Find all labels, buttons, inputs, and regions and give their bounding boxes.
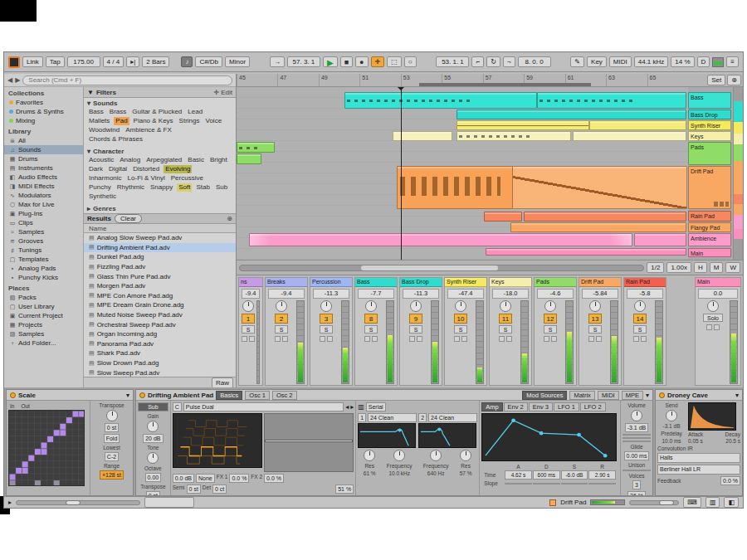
main-pan-knob[interactable] bbox=[707, 300, 719, 312]
add-locator-icon[interactable]: ⊕ bbox=[727, 75, 741, 85]
sidebar-collection-item[interactable]: Mixing bbox=[4, 116, 83, 125]
arrangement-clip[interactable] bbox=[456, 120, 589, 130]
sidebar-collection-item[interactable]: Favorites bbox=[4, 98, 83, 107]
track-header[interactable]: Synth Riser bbox=[688, 120, 731, 130]
record-button[interactable]: ● bbox=[355, 56, 368, 67]
track-header[interactable]: Ambience bbox=[688, 233, 731, 246]
add-filter-icon[interactable]: ⊕ bbox=[227, 215, 232, 222]
filter-routing-menu[interactable]: Serial bbox=[366, 402, 386, 411]
sidebar-library-item[interactable]: ▪ Punchy Kicks bbox=[4, 273, 83, 282]
filter-tag[interactable]: Bass bbox=[87, 108, 105, 116]
filter-tag[interactable]: Acoustic bbox=[87, 156, 115, 164]
filter1-type-menu[interactable]: 24 Clean bbox=[368, 413, 417, 422]
zoom-width-button[interactable]: W bbox=[725, 262, 740, 273]
track-header[interactable]: Bass bbox=[688, 92, 731, 109]
main-solo-button[interactable]: Solo bbox=[703, 314, 723, 322]
envelope-tab[interactable]: LFO 1 bbox=[554, 402, 579, 411]
fx2-value[interactable]: 0.0 % bbox=[264, 474, 284, 483]
transpose-value[interactable]: 0 st bbox=[105, 423, 119, 432]
sidebar-library-item[interactable]: ≋ Grooves bbox=[4, 236, 83, 246]
result-list-item[interactable]: ▤ Analog Slow Sweep Pad.adv bbox=[84, 233, 236, 243]
track-activator-button[interactable]: 2 bbox=[275, 314, 288, 324]
volume-db-field[interactable]: -9.4 bbox=[242, 289, 260, 299]
envelope-tab[interactable]: Env 2 bbox=[504, 402, 528, 411]
unison-mode-menu[interactable]: Shimmer bbox=[622, 470, 651, 471]
gain-value[interactable]: 20 dB bbox=[143, 434, 163, 443]
ir-decay-value[interactable]: 20.5 s bbox=[725, 438, 740, 444]
filter-routing-icon[interactable]: ▥ bbox=[358, 403, 364, 411]
filter-tag[interactable]: Voice bbox=[204, 117, 224, 125]
send-knob[interactable] bbox=[666, 410, 677, 421]
filter2-type-menu[interactable]: 24 Clean bbox=[428, 413, 477, 422]
semi-value[interactable]: 0 st bbox=[187, 485, 201, 494]
sidebar-place-item[interactable]: ▢ User Library bbox=[4, 302, 83, 311]
result-list-item[interactable]: ▤ Glass Thin Pure Pad.adv bbox=[84, 271, 236, 281]
sidebar-place-item[interactable]: ▧ Packs bbox=[4, 293, 83, 302]
arrangement-clip[interactable] bbox=[537, 92, 686, 109]
result-list-item[interactable]: ▤ Fizzling Pad.adv bbox=[84, 262, 236, 272]
loop-brace[interactable] bbox=[419, 83, 591, 86]
pan-knob[interactable] bbox=[634, 300, 646, 312]
filter2-freq-knob[interactable] bbox=[430, 450, 442, 461]
track-activator-button[interactable]: 8 bbox=[364, 314, 378, 324]
unison-voices-value[interactable]: 3 bbox=[632, 480, 641, 489]
track-io-icons[interactable] bbox=[454, 336, 467, 342]
chevron-down-icon[interactable]: ▾ bbox=[87, 148, 90, 155]
pan-knob[interactable] bbox=[455, 300, 466, 312]
scale-icon[interactable]: ♪ bbox=[181, 56, 193, 67]
playhead[interactable] bbox=[401, 87, 402, 260]
tab-mpe[interactable]: MPE bbox=[622, 391, 643, 400]
stop-button[interactable]: ■ bbox=[340, 56, 353, 67]
track-activator-button[interactable]: 14 bbox=[633, 314, 647, 324]
track-io-icons[interactable] bbox=[544, 336, 557, 342]
solo-button[interactable]: S bbox=[633, 325, 647, 334]
sidebar-library-item[interactable]: ∿ Modulators bbox=[4, 191, 83, 200]
ir-file-menu[interactable]: Berliner Hall LR bbox=[657, 465, 740, 475]
tempo-field[interactable]: 175.00 bbox=[67, 56, 100, 67]
arrangement-clip[interactable] bbox=[237, 153, 261, 164]
filter-tag[interactable]: Lo-Fi & Vinyl bbox=[126, 174, 167, 183]
sidebar-library-item[interactable]: ▣ Plug-Ins bbox=[4, 209, 83, 218]
key-map-button[interactable]: Key bbox=[587, 56, 607, 67]
arrangement-clip[interactable] bbox=[486, 248, 686, 256]
overview-toggle-icon[interactable]: ▥ bbox=[706, 497, 720, 508]
filter2-display[interactable] bbox=[418, 423, 476, 448]
arrangement-clip[interactable] bbox=[456, 110, 686, 119]
mixer-track-name[interactable]: Bass Drop bbox=[400, 278, 442, 287]
wavetable-display[interactable] bbox=[173, 413, 262, 468]
solo-button[interactable]: S bbox=[588, 325, 602, 334]
result-list-item[interactable]: ▤ Morgen Pad.adv bbox=[84, 281, 236, 291]
track-io-icons[interactable] bbox=[275, 336, 288, 342]
arrangement-clip[interactable] bbox=[456, 131, 571, 141]
zoom-mid-button[interactable]: M bbox=[710, 262, 724, 273]
track-activator-button[interactable]: 11 bbox=[499, 314, 512, 324]
loop-start-field[interactable]: 53. 1. 1 bbox=[436, 56, 469, 67]
filter-tag[interactable]: Ambience & FX bbox=[124, 126, 173, 134]
volume-knob[interactable] bbox=[631, 410, 642, 421]
mixer-track-name[interactable]: Pads bbox=[535, 278, 576, 287]
device-fold-icon[interactable]: ▾ bbox=[735, 392, 739, 399]
track-header[interactable]: Bass Drop bbox=[688, 110, 731, 119]
solo-button[interactable]: S bbox=[275, 325, 288, 334]
volume-db-field[interactable]: -7.7 bbox=[358, 289, 394, 299]
wavetable-name-menu[interactable]: Pulse Dual bbox=[183, 402, 344, 411]
preview-volume-slider[interactable] bbox=[629, 500, 679, 505]
result-list-item[interactable]: ▤ Shark Pad.adv bbox=[84, 348, 236, 358]
volume-db-field[interactable]: -47.4 bbox=[447, 289, 484, 299]
arrangement-clip[interactable] bbox=[589, 120, 686, 130]
zoom-height-button[interactable]: H bbox=[694, 262, 707, 273]
envelope-tab[interactable]: Amp bbox=[481, 402, 502, 411]
arrangement-clip[interactable] bbox=[344, 92, 537, 109]
mixer-track-name[interactable]: Drift Pad bbox=[579, 278, 621, 287]
track-io-icons[interactable] bbox=[499, 336, 512, 342]
result-list-item[interactable]: ▤ Panorama Pad.adv bbox=[84, 339, 236, 349]
volume-db-field[interactable]: -5.8 bbox=[627, 289, 663, 299]
filter1-display[interactable] bbox=[358, 423, 416, 448]
solo-button[interactable]: S bbox=[544, 325, 557, 334]
edit-filters-button[interactable]: ✛ Edit bbox=[213, 89, 232, 96]
filter-tag[interactable]: Sub bbox=[214, 183, 229, 192]
capture-midi-button[interactable]: ⬚ bbox=[387, 56, 402, 67]
collapse-icon[interactable]: ▼ bbox=[87, 89, 94, 96]
key-root-menu[interactable]: C#/Db bbox=[195, 56, 222, 67]
track-io-icons[interactable] bbox=[409, 336, 422, 342]
